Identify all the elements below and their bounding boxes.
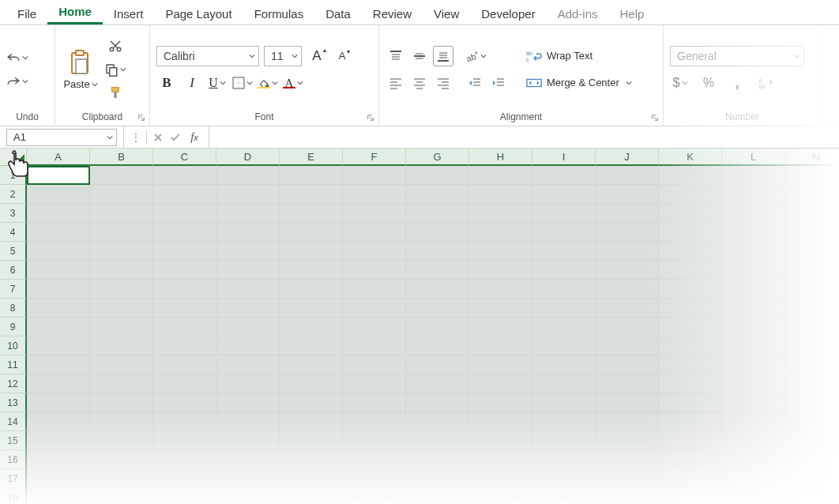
cell-H3[interactable] [469,204,532,223]
cancel-formula-button[interactable] [150,130,166,145]
cell-E16[interactable] [280,450,343,469]
cell-F4[interactable] [343,223,406,242]
row-header-4[interactable]: 4 [0,223,27,242]
shrink-font-button[interactable]: A▾ [332,46,352,66]
cell-A7[interactable] [27,280,90,299]
font-name-select[interactable]: Calibri [156,46,259,66]
tab-addins[interactable]: Add-ins [547,2,609,24]
cell-B14[interactable] [90,412,153,431]
cell-I1[interactable] [532,166,596,185]
cell-D4[interactable] [216,223,280,242]
cell-G5[interactable] [406,242,469,261]
cell-G13[interactable] [406,393,469,412]
cell-M12[interactable] [785,374,839,393]
cell-I3[interactable] [532,204,596,223]
cell-C2[interactable] [153,185,216,204]
align-right-button[interactable] [433,73,453,93]
cell-E13[interactable] [280,393,343,412]
row-header-2[interactable]: 2 [0,185,27,204]
row-header-9[interactable]: 9 [0,318,27,337]
cell-E4[interactable] [280,223,343,242]
cell-E10[interactable] [280,337,343,355]
column-header-J[interactable]: J [596,149,659,166]
cell-M14[interactable] [785,412,839,431]
cell-F10[interactable] [343,337,406,355]
cell-M11[interactable] [785,355,839,374]
cell-J5[interactable] [596,242,659,261]
cell-F17[interactable] [343,469,406,488]
number-format-select[interactable]: General [670,46,804,66]
cell-E17[interactable] [280,469,343,488]
cell-L6[interactable] [722,261,785,280]
cell-K10[interactable] [659,337,722,355]
align-bottom-button[interactable] [433,46,453,66]
cell-C8[interactable] [153,299,216,318]
cell-G7[interactable] [406,280,469,299]
cell-I9[interactable] [532,318,596,337]
cell-D15[interactable] [216,431,280,450]
cell-D10[interactable] [216,337,280,355]
cell-G2[interactable] [406,185,469,204]
cell-M2[interactable] [785,185,839,204]
cell-H9[interactable] [469,318,532,337]
chevron-down-icon[interactable] [794,53,800,59]
cell-K8[interactable] [659,299,722,318]
cell-A9[interactable] [27,318,90,337]
cell-H1[interactable] [469,166,532,185]
cell-F15[interactable] [343,431,406,450]
cell-A5[interactable] [27,242,90,261]
percent-format-button[interactable]: % [698,73,719,93]
cell-E7[interactable] [280,280,343,299]
increase-indent-button[interactable] [488,73,509,93]
cell-B12[interactable] [90,374,153,393]
cell-A4[interactable] [27,223,90,242]
cell-K14[interactable] [659,412,722,431]
borders-button[interactable] [232,73,253,93]
cell-J1[interactable] [596,166,659,185]
wrap-text-button[interactable]: abc Wrap Text [521,46,637,66]
row-header-13[interactable]: 13 [0,393,27,412]
column-header-I[interactable]: I [532,149,596,166]
cell-H2[interactable] [469,185,532,204]
chevron-down-icon[interactable] [297,80,303,86]
cell-B18[interactable] [90,488,153,504]
undo-button[interactable] [6,47,28,68]
cell-E18[interactable] [280,488,343,504]
cell-G18[interactable] [406,488,469,504]
cell-H8[interactable] [469,299,532,318]
cell-A10[interactable] [27,337,90,355]
italic-button[interactable]: I [182,73,202,93]
cell-F8[interactable] [343,299,406,318]
cell-J4[interactable] [596,223,659,242]
cell-H16[interactable] [469,450,532,469]
cell-I15[interactable] [532,431,596,450]
cell-B15[interactable] [90,431,153,450]
cell-A15[interactable] [27,431,90,450]
cell-J13[interactable] [596,393,659,412]
cell-G16[interactable] [406,450,469,469]
row-header-12[interactable]: 12 [0,374,27,393]
tab-formulas[interactable]: Formulas [243,2,315,24]
row-header-11[interactable]: 11 [0,355,27,374]
cell-D18[interactable] [216,488,280,504]
cell-F13[interactable] [343,393,406,412]
cell-J12[interactable] [596,374,659,393]
cell-F12[interactable] [343,374,406,393]
cell-I5[interactable] [532,242,596,261]
tab-page-layout[interactable]: Page Layout [154,2,243,24]
row-header-17[interactable]: 17 [0,469,27,488]
cell-L1[interactable] [722,166,785,185]
cell-H4[interactable] [469,223,532,242]
cell-E8[interactable] [280,299,343,318]
cell-K3[interactable] [659,204,722,223]
cell-D1[interactable] [216,166,280,185]
cell-B4[interactable] [90,223,153,242]
cell-M7[interactable] [785,280,839,299]
cell-F11[interactable] [343,355,406,374]
column-header-K[interactable]: K [659,149,722,166]
cell-A2[interactable] [27,185,90,204]
column-header-A[interactable]: A [27,149,90,166]
cell-J14[interactable] [596,412,659,431]
cell-A14[interactable] [27,412,90,431]
cell-K17[interactable] [659,469,722,488]
